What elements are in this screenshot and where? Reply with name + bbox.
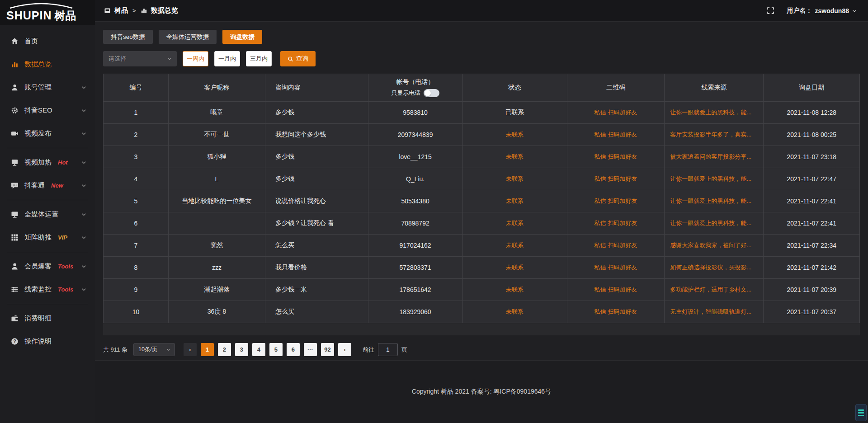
sidebar-item-6[interactable]: 抖客通New — [0, 174, 95, 197]
source-link[interactable]: 客厅安装投影半年多了，真实... — [670, 131, 751, 138]
source-link[interactable]: 让你一眼就爱上的黑科技，能... — [670, 220, 751, 226]
floating-assistant-widget[interactable] — [855, 404, 867, 421]
col-content: 咨询内容 — [265, 74, 368, 102]
source-link[interactable]: 让你一眼就爱上的黑科技，能... — [670, 197, 751, 204]
sidebar-item-5[interactable]: 视频加热Hot — [0, 151, 95, 174]
source-link[interactable]: 感谢大家喜欢我家，被问了好... — [670, 242, 751, 249]
sidebar-item-7[interactable]: 全媒体运营 — [0, 203, 95, 226]
fullscreen-icon[interactable] — [767, 7, 774, 14]
next-page-button[interactable]: › — [338, 343, 351, 356]
chevron-down-icon — [166, 347, 171, 352]
sidebar-item-4[interactable]: 视频发布 — [0, 122, 95, 145]
home-icon — [11, 38, 19, 45]
col-qrcode: 二维码 — [567, 74, 665, 102]
sidebar-item-badge: VIP — [58, 234, 67, 241]
cell-no: 10 — [104, 301, 169, 323]
sidebar-item-1[interactable]: 数据总览 — [0, 53, 95, 76]
cell-account: love__1215 — [368, 146, 462, 168]
sidebar-item-2[interactable]: 账号管理 — [0, 76, 95, 99]
sidebar: SHUPIN 树品 首页数据总览账号管理抖音SEO视频发布视频加热Hot抖客通N… — [0, 0, 95, 423]
source-link[interactable]: 被大家追着问的客厅投影分享... — [670, 153, 751, 160]
cell-nickname: 觉然 — [168, 235, 265, 257]
page-button-4[interactable]: 4 — [252, 343, 265, 356]
col-date: 询盘日期 — [764, 74, 860, 102]
sidebar-item-label: 视频发布 — [24, 129, 52, 138]
page-button-1[interactable]: 1 — [201, 343, 214, 356]
cell-account: 572803371 — [368, 257, 462, 279]
cell-content: 怎么买 — [265, 235, 368, 257]
source-link[interactable]: 多功能护栏灯，适用于乡村文... — [670, 286, 751, 293]
cell-content: 我只看价格 — [265, 257, 368, 279]
table-row: 4L多少钱Q_Liu.未联系私信 扫码加好友让你一眼就爱上的黑科技，能...20… — [104, 168, 860, 190]
qr-link[interactable]: 私信 扫码加好友 — [594, 131, 637, 138]
query-button[interactable]: 查询 — [280, 51, 316, 66]
sidebar-item-9[interactable]: 会员爆客Tools — [0, 255, 95, 278]
qr-link[interactable]: 私信 扫码加好友 — [594, 264, 637, 271]
chevron-down-icon — [81, 263, 87, 269]
sidebar-item-8[interactable]: 矩阵助推VIP — [0, 226, 95, 249]
cell-status: 未联系 — [462, 235, 567, 257]
cell-qrcode: 私信 扫码加好友 — [567, 190, 665, 212]
qr-link[interactable]: 私信 扫码加好友 — [594, 175, 637, 182]
qr-link[interactable]: 私信 扫码加好友 — [594, 286, 637, 293]
sidebar-item-3[interactable]: 抖音SEO — [0, 99, 95, 122]
channel-select[interactable]: 请选择 — [103, 51, 177, 66]
breadcrumb-item-0[interactable]: 树品 — [114, 6, 128, 15]
page-button-5[interactable]: 5 — [269, 343, 283, 356]
page-size-select[interactable]: 10条/页 — [133, 343, 175, 356]
cell-qrcode: 私信 扫码加好友 — [567, 102, 665, 124]
source-link[interactable]: 让你一眼就爱上的黑科技，能... — [670, 175, 751, 182]
page-button-2[interactable]: 2 — [218, 343, 231, 356]
chevron-down-icon — [81, 212, 87, 217]
goto-page-input[interactable] — [378, 343, 398, 356]
footer: Copyright 树品 2021 备案号: 粤ICP备09019646号 — [95, 360, 868, 423]
cell-nickname: 哦章 — [168, 102, 265, 124]
page-button-3[interactable]: 3 — [235, 343, 248, 356]
qr-link[interactable]: 私信 扫码加好友 — [594, 197, 637, 204]
sidebar-item-10[interactable]: 线索监控Tools — [0, 278, 95, 301]
tab-0[interactable]: 抖音seo数据 — [103, 30, 153, 44]
cell-content: 说说价格让我死心 — [265, 190, 368, 212]
page-button-6[interactable]: 6 — [287, 343, 300, 356]
table-row: 6多少钱？让我死心 看70898792未联系私信 扫码加好友让你一眼就爱上的黑科… — [104, 212, 860, 235]
source-link[interactable]: 让你一眼就爱上的黑科技，能... — [670, 109, 751, 116]
qr-link[interactable]: 私信 扫码加好友 — [594, 220, 637, 226]
cell-nickname: 36度 8 — [168, 301, 265, 323]
sidebar-item-0[interactable]: 首页 — [0, 30, 95, 53]
col-source: 线索来源 — [665, 74, 764, 102]
cell-qrcode: 私信 扫码加好友 — [567, 257, 665, 279]
sidebar-item-12[interactable]: ?操作说明 — [0, 330, 95, 353]
cell-source: 让你一眼就爱上的黑科技，能... — [665, 190, 764, 212]
breadcrumb-item-1[interactable]: 数据总览 — [151, 6, 178, 15]
qr-link[interactable]: 私信 扫码加好友 — [594, 153, 637, 160]
range-button-2[interactable]: 三月内 — [246, 51, 272, 66]
content: 抖音seo数据全媒体运营数据询盘数据 请选择 一周内一月内三月内 查询 — [95, 22, 868, 360]
tab-1[interactable]: 全媒体运营数据 — [159, 30, 217, 44]
source-link[interactable]: 无主灯设计，智能磁吸轨道灯... — [670, 308, 751, 315]
sidebar-item-11[interactable]: 消费明细 — [0, 307, 95, 330]
qr-link[interactable]: 私信 扫码加好友 — [594, 242, 637, 249]
sidebar-item-label: 矩阵助推 — [24, 233, 52, 242]
range-button-0[interactable]: 一周内 — [183, 51, 208, 66]
qr-link[interactable]: 私信 扫码加好友 — [594, 308, 637, 315]
cell-source: 无主灯设计，智能磁吸轨道灯... — [665, 301, 764, 323]
cell-date: 2021-11-07 22:41 — [764, 212, 860, 235]
page-ellipsis[interactable]: ··· — [304, 343, 317, 356]
cell-date: 2021-11-07 20:37 — [764, 301, 860, 323]
cell-account: Q_Liu. — [368, 168, 462, 190]
tab-2[interactable]: 询盘数据 — [222, 30, 262, 44]
phone-only-toggle[interactable] — [424, 89, 439, 97]
brand-logo: SHUPIN 树品 — [0, 0, 95, 25]
cell-no: 7 — [104, 235, 169, 257]
source-link[interactable]: 如何正确选择投影仪，买投影... — [670, 264, 751, 271]
goto-page-suffix: 页 — [401, 346, 407, 354]
qr-link[interactable]: 私信 扫码加好友 — [594, 109, 637, 116]
cell-nickname: 当地比较能吃的一位美女 — [168, 190, 265, 212]
page-button-92[interactable]: 92 — [321, 343, 334, 356]
pagination: 共 911 条 10条/页 ‹ 123456···92 › 前往 页 — [103, 343, 860, 356]
cell-content: 多少钱 — [265, 146, 368, 168]
cell-qrcode: 私信 扫码加好友 — [567, 279, 665, 301]
user-menu[interactable]: 用户名：zswodun88 — [787, 7, 857, 15]
prev-page-button[interactable]: ‹ — [184, 343, 197, 356]
range-button-1[interactable]: 一月内 — [214, 51, 240, 66]
